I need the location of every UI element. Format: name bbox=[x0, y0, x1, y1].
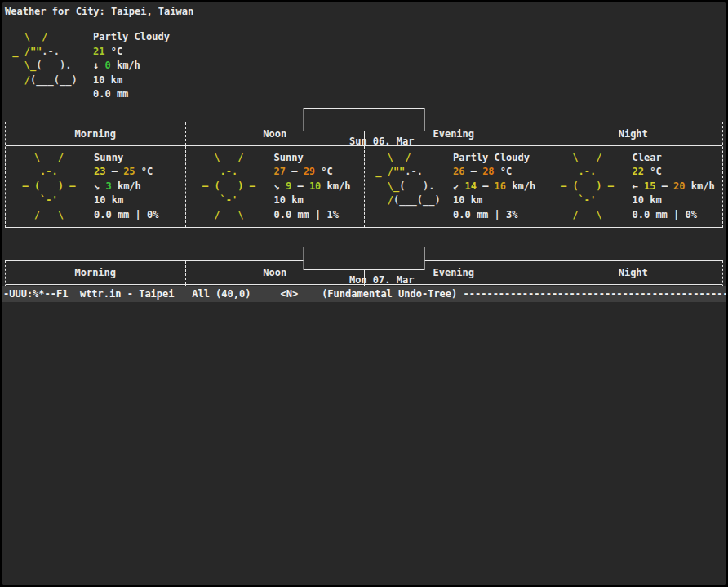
forecast-details: Partly Cloudy 26 – 28 °C ↙ 14 – 16 km/h … bbox=[453, 151, 535, 223]
forecast-period-cell: \ / .-. – ( ) – `-' / \ Clear 23 – 25 °C… bbox=[544, 285, 723, 286]
visibility-line: 10 km bbox=[274, 193, 351, 208]
wind-low: 0 bbox=[104, 60, 110, 71]
weather-ascii-icon: \ / .-. – ( ) – `-' / \ bbox=[11, 151, 84, 223]
temperature-line: 23 – 25 °C bbox=[94, 165, 158, 180]
wind-line: ← 15 – 20 km/h bbox=[633, 180, 715, 194]
forecast-period-cell: \ / _ /"".-. \_( ). /(___(__) Partly Clo… bbox=[364, 146, 544, 228]
emacs-modeline: -UUU:%*--F1 wttr.in - Taipei All (40,0) … bbox=[2, 286, 726, 302]
temp-low: 26 bbox=[453, 166, 464, 177]
forecast-period-cell: \ / .-. – ( ) – `-' / \ Sunny 23 – 25 °C… bbox=[6, 146, 185, 228]
wind-separator: – bbox=[291, 180, 309, 192]
precipitation-line: 0.0 mm | 1% bbox=[274, 208, 351, 223]
wind-unit: km/h bbox=[112, 180, 141, 192]
temp-low: 27 bbox=[274, 166, 286, 177]
wind-high: 16 bbox=[495, 180, 506, 192]
forecast-period-cell: \ / .-. – ( ) – `-' / \ Clear 22 °C ← 15… bbox=[544, 146, 723, 228]
forecast-details: Clear 22 °C ← 15 – 20 km/h 10 km 0.0 mm … bbox=[633, 151, 715, 223]
wind-arrow-icon: ← bbox=[633, 180, 644, 192]
visibility-line: 10 km bbox=[93, 73, 170, 88]
temp-unit: °C bbox=[104, 46, 122, 57]
wind-unit: km/h bbox=[506, 180, 535, 192]
temp-low: 23 bbox=[94, 166, 105, 177]
forecast-day-section: Sun 06. Mar Morning Noon Evening Night \… bbox=[5, 122, 723, 229]
wind-arrow-icon: ↙ bbox=[453, 180, 464, 192]
forecast-content-row: \ / .-. – ( ) – `-' / \ Sunny 23 – 25 °C… bbox=[6, 146, 722, 228]
wind-line: ↙ 14 – 16 km/h bbox=[453, 180, 535, 194]
temp-unit: °C bbox=[495, 166, 513, 177]
period-header-morning: Morning bbox=[6, 261, 185, 284]
temperature-line: 21 °C bbox=[93, 45, 170, 60]
emacs-buffer[interactable]: Weather for City: Taipei, Taiwan \ / _ /… bbox=[2, 2, 726, 286]
temp-separator: – bbox=[464, 166, 482, 177]
forecast-period-cell: \ / .-. – ( ) – `-' / \ Sunny 23 – 25 °C… bbox=[6, 285, 185, 286]
period-header-night: Night bbox=[544, 261, 723, 284]
precipitation-line: 0.0 mm bbox=[93, 87, 170, 102]
wind-unit: km/h bbox=[111, 60, 140, 71]
wind-arrow-icon: ↘ bbox=[94, 180, 105, 192]
visibility-line: 10 km bbox=[453, 193, 535, 208]
wind-unit: km/h bbox=[686, 180, 715, 192]
current-conditions: \ / _ /"".-. \_( ). /(___(__) Partly Clo… bbox=[7, 30, 726, 102]
wind-separator: – bbox=[477, 180, 495, 192]
wind-line: ↘ 9 – 10 km/h bbox=[274, 180, 351, 194]
wind-unit: km/h bbox=[321, 180, 350, 192]
date-box: Sun 06. Mar bbox=[304, 108, 425, 131]
weather-ascii-icon: \ / .-. – ( ) – `-' / \ bbox=[191, 151, 264, 223]
temperature-line: 26 – 28 °C bbox=[453, 165, 535, 180]
temperature-line: 22 °C bbox=[633, 165, 715, 180]
date-label: Mon 07. Mar bbox=[349, 274, 414, 286]
condition-label: Sunny bbox=[94, 151, 158, 166]
current-details: Partly Cloudy 21 °C ↓ 0 km/h 10 km 0.0 m… bbox=[93, 30, 170, 102]
wind-low: 15 bbox=[644, 180, 655, 192]
temp-low: 22 bbox=[633, 166, 644, 177]
date-box: Mon 07. Mar bbox=[304, 247, 425, 270]
precipitation-line: 0.0 mm | 3% bbox=[453, 208, 535, 223]
temp-unit: °C bbox=[644, 166, 662, 177]
wind-arrow-icon: ↘ bbox=[274, 180, 286, 192]
wind-line: ↓ 0 km/h bbox=[93, 59, 170, 73]
period-header-night: Night bbox=[544, 122, 723, 145]
temp-separator: – bbox=[286, 166, 304, 177]
wind-high: 20 bbox=[673, 180, 685, 192]
wind-low: 3 bbox=[105, 180, 111, 192]
temp-high: 28 bbox=[482, 166, 494, 177]
weather-ascii-icon: \ / .-. – ( ) – `-' / \ bbox=[549, 151, 623, 223]
temperature-line: 27 – 29 °C bbox=[274, 165, 351, 180]
temp-separator: – bbox=[105, 166, 123, 177]
weather-ascii-icon: \ / _ /"".-. \_( ). /(___(__) bbox=[7, 30, 93, 102]
forecast-details: Sunny 27 – 29 °C ↘ 9 – 10 km/h 10 km 0.0… bbox=[274, 151, 351, 223]
condition-label: Clear bbox=[633, 151, 715, 166]
forecast-details: Sunny 23 – 25 °C ↘ 3 km/h 10 km 0.0 mm |… bbox=[94, 151, 158, 223]
temp-low: 21 bbox=[93, 46, 104, 57]
temp-high: 25 bbox=[123, 166, 135, 177]
weather-ascii-icon: \ / _ /"".-. \_( ). /(___(__) bbox=[370, 151, 443, 223]
condition-label: Partly Cloudy bbox=[453, 151, 535, 166]
precipitation-line: 0.0 mm | 0% bbox=[633, 208, 715, 223]
condition-label: Partly Cloudy bbox=[93, 30, 170, 45]
forecast-day-section: Mon 07. Mar Morning Noon Evening Night \… bbox=[5, 260, 723, 286]
forecast-days: Sun 06. Mar Morning Noon Evening Night \… bbox=[2, 122, 726, 286]
echo-area[interactable] bbox=[2, 302, 726, 586]
temp-unit: °C bbox=[135, 166, 153, 177]
visibility-line: 10 km bbox=[94, 193, 158, 208]
terminal-window: Weather for City: Taipei, Taiwan \ / _ /… bbox=[2, 2, 726, 585]
period-header-morning: Morning bbox=[6, 122, 185, 145]
visibility-line: 10 km bbox=[633, 193, 715, 208]
precipitation-line: 0.0 mm | 0% bbox=[94, 208, 158, 223]
wind-line: ↘ 3 km/h bbox=[94, 180, 158, 194]
wind-low: 14 bbox=[464, 180, 476, 192]
wind-separator: – bbox=[655, 180, 673, 192]
wind-arrow-icon: ↓ bbox=[93, 60, 104, 71]
date-label: Sun 06. Mar bbox=[349, 136, 414, 147]
wind-high: 10 bbox=[309, 180, 321, 192]
condition-label: Sunny bbox=[274, 151, 351, 166]
page-title: Weather for City: Taipei, Taiwan bbox=[2, 2, 726, 18]
